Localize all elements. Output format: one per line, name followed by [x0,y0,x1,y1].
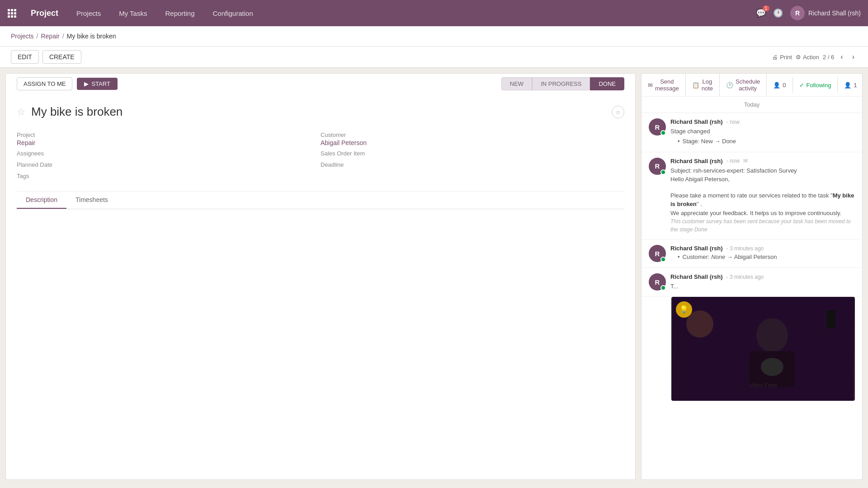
stage-in-progress-button[interactable]: IN PROGRESS [532,77,590,90]
message-body-4: T... [670,282,855,291]
deadline-label: Deadline [321,161,624,168]
svg-rect-2 [14,9,16,11]
message-author: Richard Shall (rsh) [670,118,723,125]
user-icon: 👤 [844,82,851,89]
message-body-2: Please take a moment to rate our service… [670,191,855,209]
clock-icon[interactable]: 🕐 [773,8,783,18]
planned-date-label: Planned Date [17,161,321,168]
message-time: - now [726,158,740,164]
next-record-button[interactable]: › [849,52,857,62]
favorite-star-icon[interactable]: ☆ [17,106,26,118]
print-icon: 🖨 [772,54,778,61]
svg-rect-0 [8,9,10,11]
message-content: Richard Shall (rsh) - now Stage changed … [670,118,855,146]
nav-projects[interactable]: Projects [73,8,104,19]
nav-my-tasks[interactable]: My Tasks [115,8,151,19]
video-content: Video Feed [671,297,855,401]
project-field: Project Repair [17,130,321,148]
stage-selector: NEW IN PROGRESS DONE [501,77,624,90]
bullet-item: • Stage: New → Done [678,138,855,145]
bold-task: My bike is broken [670,192,854,208]
stage-new-button[interactable]: NEW [501,77,532,90]
message-body-1: Hello Abigail Peterson, [670,175,855,184]
user-menu[interactable]: R Richard Shall (rsh) [790,6,861,20]
tab-description[interactable]: Description [17,192,66,209]
assignees-field: Assignees [17,148,321,160]
check-icon: ✓ [799,82,804,89]
followers-button[interactable]: 👤 0 [767,77,793,93]
email-icon: ✉ [743,158,748,164]
record-pager: 2 / 6 ‹ › [823,52,857,62]
message-header: Richard Shall (rsh) - 3 minutes ago [670,273,855,280]
message-item: R Richard Shall (rsh) - now Stage change… [642,113,862,152]
app-logo[interactable]: Project [31,9,58,18]
nav-reporting[interactable]: Reporting [161,8,198,19]
chat-icon[interactable]: 💬 1 [756,8,766,18]
message-content: Richard Shall (rsh) - 3 minutes ago T... [670,273,855,291]
edit-button[interactable]: EDIT [11,50,39,64]
assignees-label: Assignees [17,150,321,157]
svg-rect-7 [11,15,13,18]
form-tabs: Description Timesheets [17,191,624,300]
task-title[interactable]: My bike is broken [31,105,123,119]
svg-point-12 [756,318,788,352]
svg-rect-6 [8,15,10,18]
today-divider: Today [642,97,862,113]
svg-rect-5 [14,12,16,14]
start-button[interactable]: ▶ START [77,78,117,90]
action-button[interactable]: ⚙ Action [796,54,819,61]
online-badge [660,130,666,136]
send-message-label: Send message [655,78,679,92]
follower-icon-button[interactable]: 👤 1 [838,77,863,93]
form-fields-grid: Project Repair Customer Abigail Peterson… [17,130,624,182]
avatar: R [649,273,666,291]
message-time: - 3 minutes ago [726,274,764,280]
print-button[interactable]: 🖨 Print [772,54,792,61]
breadcrumb-projects[interactable]: Projects [11,33,34,40]
deadline-field: Deadline [321,160,624,171]
clock-small-icon: 🕐 [726,82,733,89]
stage-done-button[interactable]: DONE [590,77,624,90]
message-summary: Stage changed [670,127,855,136]
assign-to-me-button[interactable]: ASSIGN TO ME [17,77,72,90]
project-value[interactable]: Repair [17,139,321,146]
breadcrumb-sep1: / [37,33,38,40]
schedule-activity-label: Schedule activity [736,78,760,92]
grid-menu-icon[interactable] [7,9,16,18]
video-overlay[interactable]: Video Feed 💡 [671,297,855,401]
online-badge [660,169,666,175]
message-content: Richard Shall (rsh) - now ✉ Subject: rsh… [670,158,855,234]
start-icon: ▶ [84,80,89,87]
gear-icon: ⚙ [796,54,801,61]
tab-timesheets[interactable]: Timesheets [66,192,117,209]
customer-label: Customer [321,131,624,138]
options-circle-button[interactable]: ○ [612,106,624,118]
pager-count: 2 / 6 [823,54,834,61]
title-row: ☆ My bike is broken ○ [17,105,624,119]
customer-value[interactable]: Abigail Peterson [321,139,624,146]
svg-rect-3 [8,12,10,14]
sales-order-label: Sales Order Item [321,150,624,157]
log-note-button[interactable]: 📋 Log note [686,74,720,96]
followers-count: 0 [783,82,786,89]
send-message-button[interactable]: ✉ Send message [642,74,686,96]
nav-configuration[interactable]: Configuration [209,8,257,19]
schedule-activity-button[interactable]: 🕐 Schedule activity [720,74,767,96]
message-icon: ✉ [648,82,653,89]
breadcrumb-sep2: / [62,33,64,40]
message-subject: Subject: rsh-services-expert: Satisfacti… [670,166,855,175]
online-badge [660,285,666,291]
chat-badge: 1 [763,5,770,11]
create-button[interactable]: CREATE [42,50,81,64]
message-author: Richard Shall (rsh) [670,158,723,164]
following-button[interactable]: ✓ Following [793,77,838,93]
svg-rect-1 [11,9,13,11]
message-body-3: We appreciate your feedback. It helps us… [670,209,855,218]
breadcrumb-repair[interactable]: Repair [41,33,59,40]
breadcrumb: Projects / Repair / My bike is broken [0,26,868,47]
avatar: R [649,118,666,136]
avatar: R [790,6,805,20]
prev-record-button[interactable]: ‹ [838,52,845,62]
chatter-action-bar: ✉ Send message 📋 Log note 🕐 Schedule act… [641,73,863,97]
message-item: R Richard Shall (rsh) - 3 minutes ago • … [642,239,862,268]
